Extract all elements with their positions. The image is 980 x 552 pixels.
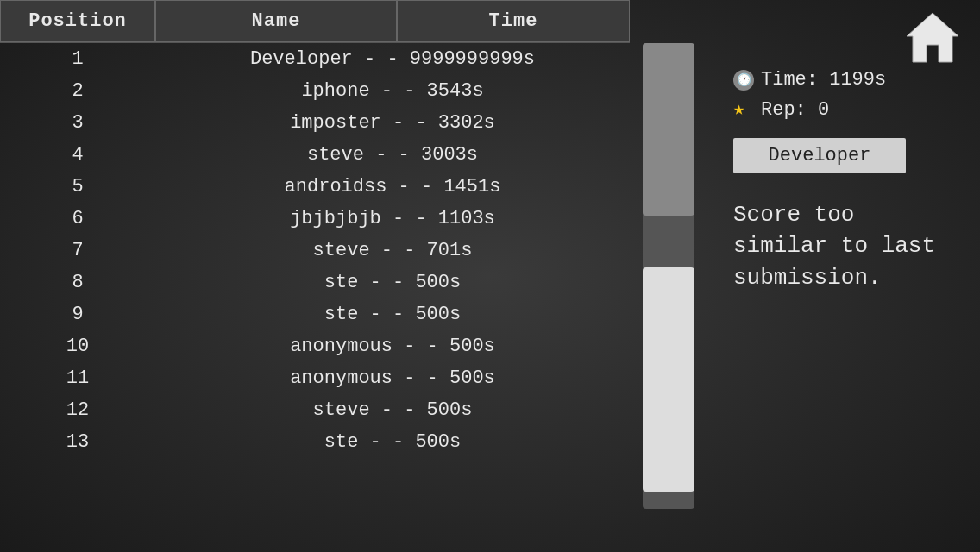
rep-info-row: ★ Rep: 0: [733, 99, 980, 121]
header-time: Time: [397, 0, 630, 42]
header-position: Position: [0, 0, 155, 42]
row-position: 6: [0, 208, 155, 229]
row-position: 9: [0, 304, 155, 325]
row-position: 12: [0, 399, 155, 421]
row-position: 4: [0, 144, 155, 166]
header-name: Name: [155, 0, 397, 42]
table-row: 6jbjbjbjb - - 1103s: [0, 203, 630, 235]
row-position: 10: [0, 336, 155, 357]
table-row: 7steve - - 701s: [0, 235, 630, 267]
row-position: 3: [0, 112, 155, 134]
rep-label: Rep: 0: [761, 99, 829, 121]
row-entry: androidss - - 1451s: [155, 176, 630, 198]
submission-message: Score too similar to last submission.: [733, 199, 958, 293]
row-position: 7: [0, 240, 155, 261]
scrollbar-track[interactable]: [643, 43, 694, 509]
row-entry: steve - - 500s: [155, 399, 630, 421]
row-entry: steve - - 3003s: [155, 144, 630, 166]
table-header: Position Name Time: [0, 0, 630, 43]
time-label: Time: 1199s: [761, 69, 886, 91]
row-position: 2: [0, 80, 155, 102]
row-entry: jbjbjbjb - - 1103s: [155, 208, 630, 229]
table-row: 9ste - - 500s: [0, 298, 630, 330]
row-position: 11: [0, 367, 155, 389]
table-row: 12steve - - 500s: [0, 394, 630, 426]
star-icon: ★: [733, 100, 754, 121]
row-entry: ste - - 500s: [155, 431, 630, 453]
row-entry: steve - - 701s: [155, 240, 630, 261]
row-entry: ste - - 500s: [155, 304, 630, 325]
home-button[interactable]: [902, 9, 971, 69]
row-entry: anonymous - - 500s: [155, 336, 630, 357]
row-entry: iphone - - 3543s: [155, 80, 630, 102]
clock-icon: 🕐: [733, 70, 754, 91]
table-row: 2iphone - - 3543s: [0, 75, 630, 107]
row-entry: ste - - 500s: [155, 272, 630, 293]
row-entry: anonymous - - 500s: [155, 367, 630, 389]
row-position: 1: [0, 48, 155, 70]
home-icon: [902, 9, 963, 65]
row-position: 5: [0, 176, 155, 198]
leaderboard-list: 1Developer - - 9999999999s2iphone - - 35…: [0, 43, 630, 458]
scrollbar-thumb-top[interactable]: [643, 43, 694, 216]
username-box: Developer: [733, 138, 906, 173]
row-entry: Developer - - 9999999999s: [155, 48, 630, 70]
table-row: 11anonymous - - 500s: [0, 362, 630, 394]
table-row: 5androidss - - 1451s: [0, 171, 630, 203]
svg-marker-0: [907, 13, 958, 62]
time-info-row: 🕐 Time: 1199s: [733, 69, 980, 91]
table-row: 1Developer - - 9999999999s: [0, 43, 630, 75]
right-panel: 🕐 Time: 1199s ★ Rep: 0 Developer Score t…: [725, 0, 980, 552]
table-row: 3imposter - - 3302s: [0, 107, 630, 139]
table-row: 13ste - - 500s: [0, 426, 630, 458]
row-position: 13: [0, 431, 155, 453]
table-row: 8ste - - 500s: [0, 267, 630, 298]
table-row: 10anonymous - - 500s: [0, 330, 630, 362]
row-entry: imposter - - 3302s: [155, 112, 630, 134]
table-row: 4steve - - 3003s: [0, 139, 630, 171]
row-position: 8: [0, 272, 155, 293]
scrollbar-thumb-bottom[interactable]: [643, 267, 694, 492]
